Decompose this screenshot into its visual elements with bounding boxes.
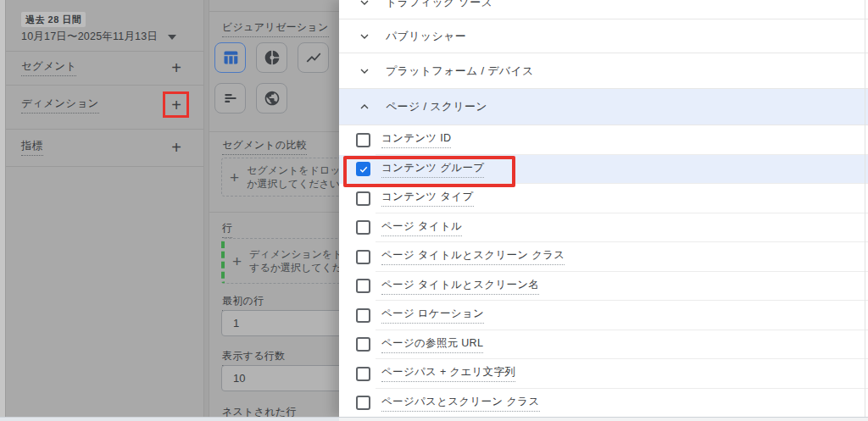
show-rows-input[interactable]: 10 <box>221 365 339 391</box>
visualization-buttons <box>214 42 339 114</box>
first-row-label: 最初の行 <box>222 294 264 311</box>
dropdown-caret-icon <box>168 35 176 40</box>
dimension-checkbox[interactable] <box>356 250 370 264</box>
category-label: ページ / スクリーン <box>386 99 487 114</box>
date-range-block: 過去 28 日間 10月17日〜2025年11月13日 <box>21 11 195 44</box>
variables-sidebar: 過去 28 日間 10月17日〜2025年11月13日 セグメント + ディメン… <box>6 0 203 421</box>
geo-map-icon[interactable] <box>256 83 287 114</box>
dimension-category-row[interactable]: トラフィック ソース <box>339 0 868 19</box>
panel-divider <box>203 0 209 421</box>
rows-label: 行 <box>222 221 232 238</box>
category-label: トラフィック ソース <box>386 0 492 10</box>
chevron-down-icon[interactable] <box>358 30 371 43</box>
dimension-item-row[interactable]: ページの参照元 URL <box>339 330 868 360</box>
annotation-box-content-group <box>343 156 515 187</box>
dimension-checkbox[interactable] <box>356 133 370 147</box>
date-preset-chip: 過去 28 日間 <box>21 12 86 27</box>
first-row-input[interactable]: 1 <box>221 310 339 336</box>
dimension-item-label: ページパスとスクリーン クラス <box>381 395 540 412</box>
add-segment-button[interactable]: + <box>166 58 186 78</box>
metrics-label: 指標 <box>21 139 43 156</box>
divider <box>6 166 203 167</box>
category-label: プラットフォーム / デバイス <box>386 64 534 79</box>
dimension-item-row[interactable]: ページ タイトル <box>339 213 868 243</box>
line-chart-icon[interactable] <box>298 42 329 73</box>
chevron-down-icon[interactable] <box>358 0 371 9</box>
dimension-item-row[interactable]: ページパスとスクリーン クラス <box>339 389 868 418</box>
dimension-checkbox[interactable] <box>356 191 370 206</box>
dimension-category-row[interactable]: プラットフォーム / デバイス <box>339 53 868 89</box>
dimension-checkbox[interactable] <box>356 367 370 381</box>
dimension-item-row[interactable]: コンテンツ タイプ <box>339 184 868 213</box>
divider <box>209 11 339 12</box>
sidebar-section-segments: セグメント + <box>21 51 186 85</box>
donut-chart-icon[interactable] <box>256 42 287 73</box>
dimension-item-label: ページ タイトル <box>381 219 462 236</box>
segment-comparison-label: セグメントの比較 <box>222 138 307 155</box>
dimension-item-row[interactable]: ページ ロケーション <box>339 301 868 330</box>
category-label: パブリッシャー <box>386 29 466 44</box>
annotation-box-add-dimension <box>163 91 189 118</box>
dimension-item-label: コンテンツ タイプ <box>381 190 474 207</box>
dimension-item-row[interactable]: コンテンツ ID <box>339 125 868 155</box>
divider <box>6 85 203 86</box>
date-range-selector[interactable]: 10月17日〜2025年11月13日 <box>21 30 195 44</box>
sidebar-section-metrics: 指標 + <box>21 129 186 166</box>
dimension-drop-hint-line2: するか選択してください <box>249 261 339 274</box>
visualization-label: ビジュアリゼーション <box>222 20 329 37</box>
dimension-drop-hint-line1: ディメンションをドロップ <box>249 247 339 261</box>
dimension-item-label: ページ タイトルとスクリーン名 <box>381 278 539 295</box>
segments-label: セグメント <box>21 59 76 76</box>
dimension-checkbox[interactable] <box>356 396 370 410</box>
date-range-text: 10月17日〜2025年11月13日 <box>21 30 158 44</box>
divider <box>865 0 865 417</box>
left-nav-edge <box>0 0 6 421</box>
dimension-category-row[interactable]: パブリッシャー <box>339 19 868 53</box>
dimension-item-label: ページの参照元 URL <box>381 336 483 353</box>
dimension-picker-dialog: トラフィック ソース パブリッシャー プラットフォーム / デバイス ページ /… <box>339 0 868 417</box>
table-chart-icon[interactable] <box>214 42 246 73</box>
segment-drop-hint-line2: か選択してください <box>247 177 339 191</box>
ga4-exploration-screen: 過去 28 日間 10月17日〜2025年11月13日 セグメント + ディメン… <box>0 0 868 421</box>
dimension-item-label: コンテンツ ID <box>381 131 451 148</box>
add-metric-button[interactable]: + <box>166 137 186 158</box>
dimension-category-row[interactable]: ページ / スクリーン <box>339 89 868 125</box>
show-rows-label: 表示する行数 <box>222 349 285 366</box>
segment-drop-hint-line1: セグメントをドロップする <box>247 163 339 177</box>
dimension-item-row[interactable]: ページ タイトルとスクリーン名 <box>339 272 868 302</box>
add-icon: + <box>232 253 242 269</box>
dimension-checkbox[interactable] <box>356 220 370 235</box>
divider <box>209 212 339 213</box>
dimensions-label: ディメンション <box>21 97 99 114</box>
add-icon: + <box>230 169 239 186</box>
dimension-checkbox[interactable] <box>356 279 370 293</box>
sidebar-section-dimensions: ディメンション + <box>21 86 186 124</box>
category-list: トラフィック ソース パブリッシャー プラットフォーム / デバイス ページ /… <box>339 0 868 125</box>
tab-settings-panel: ビジュアリゼーション セグメントの比較 + セグメントをドロップする <box>209 0 339 421</box>
dimension-checkbox[interactable] <box>356 308 370 323</box>
dimension-item-label: ページ ロケーション <box>381 307 484 324</box>
bar-chart-icon[interactable] <box>214 83 246 114</box>
dimension-checkbox[interactable] <box>356 337 370 352</box>
window-bottom-edge <box>0 417 868 421</box>
dimension-item-label: ページパス + クエリ文字列 <box>381 365 515 382</box>
dimension-item-row[interactable]: ページ タイトルとスクリーン クラス <box>339 242 868 272</box>
divider <box>209 131 339 132</box>
chevron-down-icon[interactable] <box>358 64 371 78</box>
dimension-drop-area[interactable]: + ディメンションをドロップ するか選択してください <box>221 238 339 284</box>
dimension-item-row[interactable]: ページパス + クエリ文字列 <box>339 359 868 389</box>
segment-drop-area[interactable]: + セグメントをドロップする か選択してください <box>221 158 339 197</box>
chevron-up-icon[interactable] <box>358 100 371 114</box>
dimension-item-label: ページ タイトルとスクリーン クラス <box>381 248 565 265</box>
